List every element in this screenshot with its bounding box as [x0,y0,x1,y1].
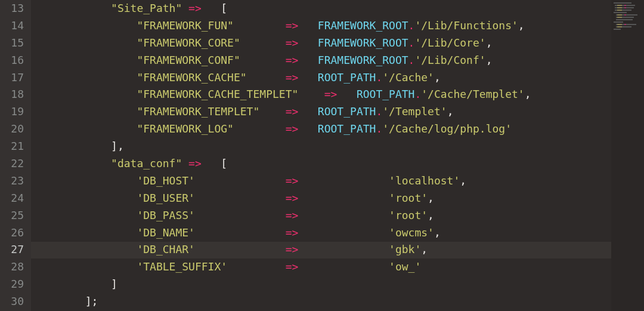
code-line[interactable]: ]; [33,293,644,310]
line-number: 28 [0,258,24,276]
line-number: 20 [0,121,24,138]
line-number: 15 [0,35,24,52]
code-editor[interactable]: 13141516171819202122232425262728293031 "… [0,0,644,311]
line-number: 16 [0,52,24,69]
line-number: 14 [0,17,24,35]
code-line[interactable]: "FRAMEWORK_CORE" => FRAMEWORK_ROOT.'/Lib… [33,35,644,52]
code-line[interactable]: 'DB_USER' => 'root', [33,190,644,207]
code-line[interactable]: "data_conf" => [ [33,155,644,173]
line-number: 18 [0,86,24,103]
code-line[interactable]: "FRAMEWORK_CACHE" => ROOT_PATH.'/Cache', [33,69,644,87]
line-number: 30 [0,293,24,310]
code-line[interactable]: ] [33,276,644,293]
code-line[interactable]: "Site_Path" => [ [33,0,644,17]
code-area[interactable]: "Site_Path" => [ "FRAMEWORK_FUN" => FRAM… [31,0,644,311]
line-number: 23 [0,173,24,190]
code-line[interactable]: 'DB_PASS' => 'root', [33,207,644,224]
code-line[interactable]: "FRAMEWORK_FUN" => FRAMEWORK_ROOT.'/Lib/… [33,17,644,35]
line-number: 27 [0,241,24,258]
line-number: 25 [0,207,24,224]
line-number: 26 [0,224,24,242]
code-line[interactable]: "FRAMEWORK_CACHE_TEMPLET" => ROOT_PATH.'… [33,86,644,103]
line-number: 29 [0,276,24,293]
code-line[interactable]: "FRAMEWORK_CONF" => FRAMEWORK_ROOT.'/Lib… [33,52,644,69]
code-line[interactable]: 'DB_HOST' => 'localhost', [33,173,644,190]
line-number: 13 [0,0,24,17]
line-gutter: 13141516171819202122232425262728293031 [0,0,31,311]
code-line[interactable]: "FRAMEWORK_TEMPLET" => ROOT_PATH.'/Templ… [33,103,644,121]
code-line[interactable]: ], [33,138,644,155]
line-number: 19 [0,103,24,121]
code-line[interactable]: 'TABLE_SUFFIX' => 'ow_' [33,258,644,276]
line-number: 17 [0,69,24,87]
code-line[interactable]: 'DB_NAME' => 'owcms', [33,224,644,242]
code-line[interactable]: "FRAMEWORK_LOG" => ROOT_PATH.'/Cache/log… [33,121,644,138]
code-line[interactable]: 'DB_CHAR' => 'gbk', [33,241,644,258]
line-number: 22 [0,155,24,173]
line-number: 21 [0,138,24,155]
line-number: 24 [0,190,24,207]
